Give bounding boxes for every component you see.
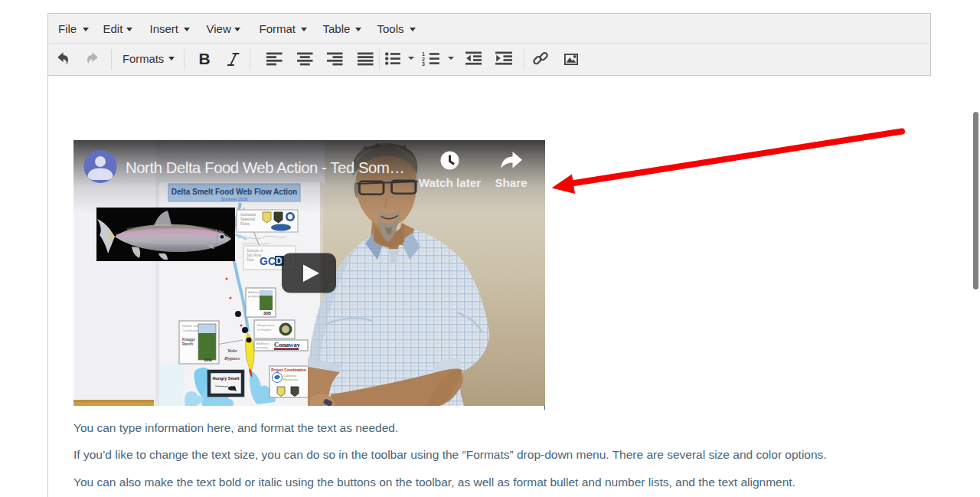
svg-text:Schools of: Schools of <box>247 249 263 253</box>
svg-text:Reoperation: Reoperation <box>257 323 275 327</box>
svg-text:30B: 30B <box>263 311 271 316</box>
svg-text:Flow: Flow <box>247 258 254 262</box>
svg-text:Hungry Smelt: Hungry Smelt <box>212 376 239 381</box>
svg-text:pumping: pumping <box>256 346 268 349</box>
svg-text:Project Coordination: Project Coordination <box>271 368 306 372</box>
svg-text:D: D <box>276 256 283 266</box>
svg-text:30B: 30B <box>204 358 213 362</box>
svg-text:Knaggs: Knaggs <box>182 338 195 342</box>
svg-text:Ranch: Ranch <box>182 342 193 346</box>
svg-text:Conaway: Conaway <box>274 341 301 348</box>
svg-text:Increased: Increased <box>240 213 256 217</box>
svg-text:GC: GC <box>260 255 276 267</box>
svg-text:Watch later: Watch later <box>419 176 481 189</box>
svg-text:Bypass: Bypass <box>224 355 240 361</box>
svg-text:North Delta Food Web Action -: North Delta Food Web Action - Ted Som… <box>126 159 404 176</box>
svg-text:Additional: Additional <box>256 342 270 345</box>
svg-text:Habitat and: Habitat and <box>182 324 199 328</box>
svg-text:Resources: Resources <box>283 378 298 381</box>
svg-text:Flows: Flows <box>240 222 250 226</box>
svg-text:Share: Share <box>495 176 527 189</box>
svg-text:3: 3 <box>422 61 425 66</box>
svg-text:Yolo: Yolo <box>227 348 237 354</box>
svg-text:pumping: pumping <box>248 294 260 298</box>
svg-text:Seasonal: Seasonal <box>240 217 255 221</box>
svg-text:of Knights: of Knights <box>257 328 272 332</box>
